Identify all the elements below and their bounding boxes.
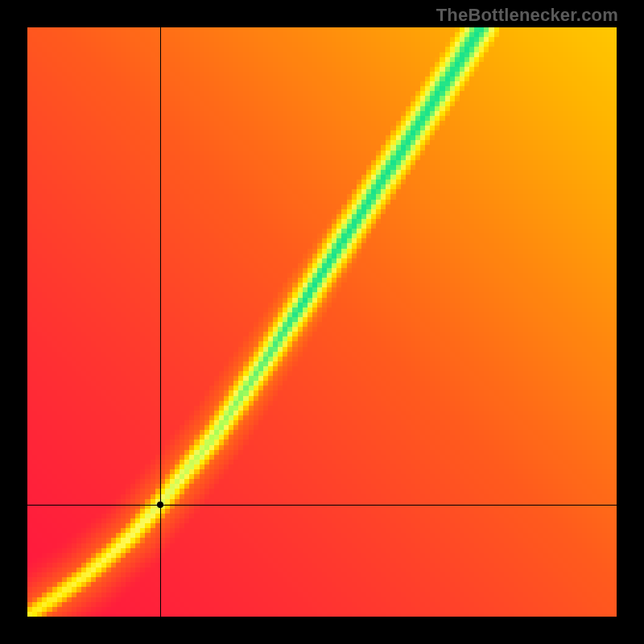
watermark-text: TheBottlenecker.com [436,5,618,26]
crosshair-vertical [160,27,161,617]
heatmap-canvas [27,27,617,617]
chart-frame: TheBottlenecker.com [0,0,644,644]
crosshair-horizontal [27,505,617,506]
marker-dot [157,502,163,508]
plot-area [27,27,617,617]
